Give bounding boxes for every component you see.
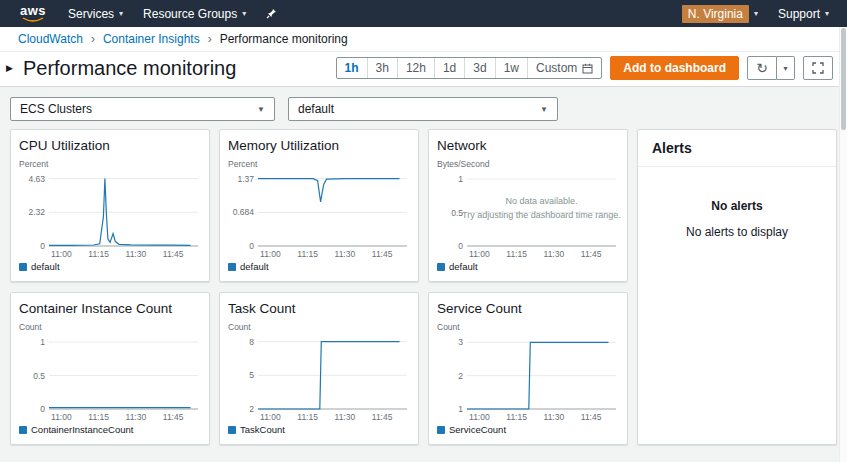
service-count-chart: 12311:0011:1511:3011:45 [437, 334, 621, 422]
legend-swatch [228, 263, 236, 271]
pin-button[interactable] [256, 0, 287, 27]
breadcrumb-separator: › [208, 32, 212, 46]
legend-swatch [437, 263, 445, 271]
svg-text:11:15: 11:15 [506, 412, 527, 422]
network-chart: 00.5111:0011:1511:3011:45No data availab… [437, 171, 621, 259]
time-range-3d[interactable]: 3d [464, 58, 494, 78]
nav-resource-groups[interactable]: Resource Groups ▾ [133, 0, 256, 27]
nav-support[interactable]: Support ▾ [768, 0, 839, 27]
svg-text:2: 2 [458, 371, 463, 381]
nav-services[interactable]: Services ▾ [58, 0, 133, 27]
time-range-12h[interactable]: 12h [397, 58, 434, 78]
legend-label: TaskCount [240, 424, 285, 435]
chart-card-service-count: Service Count Count 12311:0011:1511:3011… [428, 292, 628, 445]
svg-text:11:45: 11:45 [581, 249, 602, 259]
legend-swatch [228, 426, 236, 434]
legend-label: default [31, 261, 60, 272]
refresh-options-button[interactable]: ▾ [777, 56, 795, 80]
calendar-icon [582, 63, 593, 74]
svg-text:1: 1 [458, 174, 463, 184]
pin-icon [266, 8, 277, 19]
breadcrumb-container-insights[interactable]: Container Insights [103, 32, 200, 46]
nav-support-label: Support [778, 7, 820, 21]
legend-label: ContainerInstanceCount [31, 424, 133, 435]
time-range-1d[interactable]: 1d [434, 58, 464, 78]
svg-text:11:30: 11:30 [544, 412, 565, 422]
svg-text:2.32: 2.32 [28, 207, 45, 217]
svg-text:11:30: 11:30 [335, 249, 356, 259]
refresh-split-button: ↻ ▾ [747, 56, 795, 80]
svg-text:11:15: 11:15 [297, 412, 318, 422]
breadcrumb-cloudwatch[interactable]: CloudWatch [18, 32, 83, 46]
svg-text:1: 1 [40, 337, 45, 347]
cluster-value: default [298, 102, 334, 116]
chart-legend: ServiceCount [437, 424, 619, 435]
breadcrumb-separator: › [91, 32, 95, 46]
chevron-down-icon: ▾ [825, 9, 829, 18]
svg-text:11:00: 11:00 [51, 249, 72, 259]
chart-legend: default [19, 261, 201, 272]
no-alerts-title: No alerts [638, 199, 836, 213]
refresh-button[interactable]: ↻ [747, 56, 777, 80]
chevron-down-icon: ▾ [242, 9, 246, 18]
time-range-1h[interactable]: 1h [337, 58, 367, 78]
svg-text:0: 0 [249, 241, 254, 251]
chart-card-memory-utilization: Memory Utilization Percent 00.6841.3711:… [219, 129, 419, 282]
svg-text:11:00: 11:00 [51, 412, 72, 422]
svg-text:2: 2 [249, 404, 254, 414]
aws-smile-icon [22, 17, 44, 22]
cpu-utilization-chart: 02.324.6311:0011:1511:3011:45 [19, 171, 203, 259]
legend-swatch [437, 426, 445, 434]
cluster-type-select[interactable]: ECS Clusters ▼ [10, 97, 275, 121]
alerts-panel: Alerts No alerts No alerts to display [637, 129, 837, 445]
nav-left: aws Services ▾ Resource Groups ▾ [8, 0, 287, 27]
region-label: N. Virginia [682, 5, 749, 23]
aws-logo[interactable]: aws [8, 5, 58, 22]
legend-label: default [449, 261, 478, 272]
svg-text:5: 5 [249, 370, 254, 380]
chart-unit-label: Percent [19, 159, 201, 169]
time-range-3h[interactable]: 3h [367, 58, 397, 78]
time-range-1w[interactable]: 1w [495, 58, 527, 78]
memory-utilization-chart: 00.6841.3711:0011:1511:3011:45 [228, 171, 412, 259]
svg-text:11:30: 11:30 [126, 412, 147, 422]
svg-text:11:00: 11:00 [260, 249, 281, 259]
chart-title: Task Count [228, 301, 410, 316]
nav-right: N. Virginia ▾ Support ▾ [672, 0, 839, 27]
nav-region[interactable]: N. Virginia ▾ [672, 0, 768, 27]
scrollbar-thumb[interactable] [841, 28, 846, 130]
chevron-down-icon: ▾ [783, 64, 787, 73]
svg-text:11:45: 11:45 [163, 249, 184, 259]
time-range-group: 1h 3h 12h 1d 3d 1w Custom [336, 57, 603, 79]
svg-text:11:45: 11:45 [372, 249, 393, 259]
container-instance-count-chart: 00.5111:0011:1511:3011:45 [19, 334, 203, 422]
svg-text:0: 0 [458, 241, 463, 251]
add-to-dashboard-button[interactable]: Add to dashboard [610, 56, 739, 80]
vertical-scrollbar[interactable] [839, 27, 847, 462]
dashboard-grid: CPU Utilization Percent 02.324.6311:0011… [0, 121, 847, 445]
svg-text:11:00: 11:00 [469, 249, 490, 259]
svg-text:0.5: 0.5 [33, 371, 45, 381]
chart-card-network: Network Bytes/Second 00.5111:0011:1511:3… [428, 129, 628, 282]
svg-text:1: 1 [458, 404, 463, 414]
breadcrumb: CloudWatch › Container Insights › Perfor… [0, 27, 847, 52]
chart-legend: TaskCount [228, 424, 410, 435]
cluster-select[interactable]: default ▼ [288, 97, 558, 121]
sidebar-expand-icon[interactable]: ▶ [6, 63, 13, 73]
cluster-type-value: ECS Clusters [20, 102, 92, 116]
svg-text:11:45: 11:45 [581, 412, 602, 422]
svg-text:0: 0 [40, 241, 45, 251]
legend-label: default [240, 261, 269, 272]
task-count-chart: 25811:0011:1511:3011:45 [228, 334, 412, 422]
svg-text:8: 8 [249, 337, 254, 347]
top-navigation: aws Services ▾ Resource Groups ▾ N. Virg… [0, 0, 847, 27]
svg-text:11:15: 11:15 [88, 412, 109, 422]
svg-text:11:45: 11:45 [372, 412, 393, 422]
nav-services-label: Services [68, 7, 114, 21]
chevron-down-icon: ▾ [754, 9, 758, 18]
time-range-custom[interactable]: Custom [527, 58, 601, 78]
svg-text:11:45: 11:45 [163, 412, 184, 422]
svg-text:11:00: 11:00 [260, 412, 281, 422]
svg-text:0: 0 [40, 404, 45, 414]
fullscreen-button[interactable] [803, 56, 833, 80]
